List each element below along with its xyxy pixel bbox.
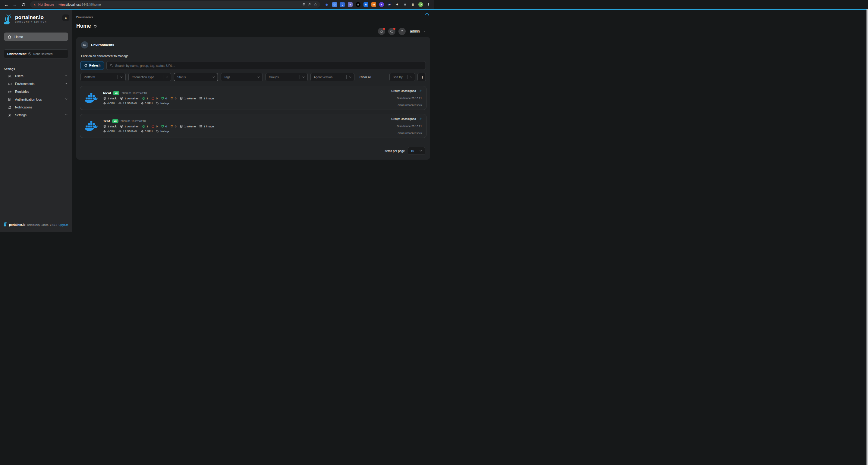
sidebar-item-notifications[interactable]: Notifications (0, 103, 72, 111)
sidebar-item-environments[interactable]: Environments (0, 80, 72, 88)
extension-translate-icon[interactable]: G (332, 2, 337, 7)
user-avatar[interactable] (398, 28, 406, 35)
not-secure-label[interactable]: Not Secure (38, 3, 54, 6)
chevron-down-icon (120, 76, 123, 78)
ram-icon (119, 102, 121, 105)
filter-row: Platform Connection Type Status Tags Gro… (80, 73, 427, 81)
environment-name[interactable]: local (103, 91, 111, 95)
extension-shield-icon[interactable]: R (364, 2, 368, 7)
status-badge: up (112, 119, 119, 123)
chevron-down-icon (165, 76, 168, 78)
document-icon (8, 98, 12, 101)
extension-playlist-icon[interactable]: ≡ (403, 2, 407, 7)
notifications-button[interactable] (378, 28, 385, 35)
containers-stat[interactable]: 1 container (120, 125, 138, 128)
search-input[interactable] (115, 64, 423, 67)
chevron-down-icon (410, 76, 412, 78)
items-per-page-select[interactable]: 10 (408, 147, 425, 155)
extension-ip-icon[interactable]: iP (387, 2, 392, 7)
sidebar-item-home[interactable]: Home (4, 33, 68, 41)
extension-stripe-icon[interactable]: S (355, 2, 361, 7)
browser-profile-avatar[interactable]: O (418, 2, 423, 7)
extension-metamask-icon[interactable]: M (371, 2, 376, 7)
browser-extensions: ◆ G ▯ ▲ S R M ● iP + ≡ ▯ O ⋮ (324, 2, 431, 7)
gpu-meta: 0 GPU (141, 130, 153, 133)
extension-satellite-icon[interactable]: ◆ (324, 2, 329, 7)
browser-menu-icon[interactable]: ⋮ (426, 2, 431, 7)
environment-name[interactable]: Test (103, 119, 110, 123)
bell-icon (380, 30, 383, 33)
environment-timestamp: 2023-01-18 23:48:10 (121, 92, 147, 95)
containers-stat[interactable]: 1 container (120, 97, 138, 100)
sort-direction-button[interactable] (417, 73, 426, 81)
browser-back-button[interactable]: ← (3, 2, 10, 7)
chevron-down-icon (65, 98, 68, 101)
filter-status[interactable]: Status (174, 73, 218, 81)
chevron-down-icon (257, 76, 260, 78)
share-icon[interactable] (308, 3, 312, 6)
edit-pencil-icon[interactable] (418, 117, 422, 121)
title-refresh-icon[interactable] (93, 24, 97, 28)
image-list-icon (199, 97, 203, 100)
extension-ghost-icon[interactable]: ● (379, 2, 384, 7)
extensions-puzzle-icon[interactable]: + (395, 2, 400, 7)
items-per-page-label: Items per page (384, 150, 405, 153)
environment-card-local[interactable]: local up 2023-01-18 23:48:10 1 stack 1 c… (80, 86, 427, 110)
ram-icon (119, 130, 121, 133)
sidebar-section-settings: Settings (4, 67, 72, 71)
extension-phone-lock-icon[interactable]: ▯ (340, 2, 345, 7)
refresh-button[interactable]: Refresh (81, 61, 104, 70)
sidebar-item-users[interactable]: Users (0, 72, 72, 80)
volumes-stat[interactable]: 1 volume (180, 97, 196, 100)
images-stat[interactable]: 1 image (199, 97, 214, 100)
environment-selector[interactable]: Environment: None selected (4, 49, 68, 59)
gear-icon (8, 113, 12, 117)
sidebar-item-settings[interactable]: Settings (0, 111, 72, 119)
environment-card-test[interactable]: Test up 2023-01-18 23:48:10 1 stack 1 co… (80, 114, 427, 138)
sidebar-item-registries[interactable]: Registries (0, 88, 72, 96)
chevron-down-icon (65, 82, 68, 86)
sidebar-item-authentication-logs[interactable]: Authentication logs (0, 96, 72, 103)
filter-groups[interactable]: Groups (266, 73, 308, 81)
filter-connection-type[interactable]: Connection Type (128, 73, 171, 81)
header-actions: admin (378, 28, 426, 35)
extension-pointer-icon[interactable]: ▲ (348, 2, 352, 7)
sort-by-dropdown[interactable]: Sort By (390, 73, 415, 81)
breadcrumb[interactable]: Environments (76, 16, 430, 19)
clear-all-link[interactable]: Clear all (360, 75, 371, 79)
stopped-containers-stat: 0 (151, 125, 157, 128)
browser-forward-button[interactable]: → (11, 2, 18, 7)
gpu-chip-icon (141, 130, 144, 133)
images-stat[interactable]: 1 image (199, 125, 214, 128)
filter-agent-version[interactable]: Agent Version (310, 73, 354, 81)
power-off-icon (151, 97, 155, 100)
filter-platform[interactable]: Platform (81, 73, 126, 81)
unhealthy-heart-icon (170, 97, 174, 100)
edit-pencil-icon[interactable] (418, 89, 422, 93)
user-menu-chevron-icon[interactable] (423, 30, 426, 33)
bookmark-star-icon[interactable]: ☆ (314, 2, 317, 7)
cpu-chip-icon (103, 130, 106, 133)
stacks-stat[interactable]: 1 stack (103, 97, 117, 100)
chevron-down-icon (65, 74, 68, 78)
sidebar-collapse-button[interactable]: « (62, 14, 69, 21)
browser-sidebar-icon[interactable]: ▯ (410, 2, 415, 7)
sidebar: portainer.io COMMUNITY EDITION « Home En… (0, 9, 72, 232)
healthy-containers-stat: 0 (161, 97, 167, 100)
filter-tags[interactable]: Tags (221, 73, 263, 81)
environment-selector-label: Environment: (7, 53, 27, 56)
not-secure-warning-icon: ▲! (33, 3, 36, 6)
sidebar-footer: portainer.io Community Edition 2.16.2 Up… (4, 222, 68, 228)
search-icon (110, 64, 113, 67)
browser-reload-button[interactable] (20, 3, 27, 7)
volumes-stat[interactable]: 1 volume (180, 125, 196, 128)
tags-meta: No tags (156, 130, 169, 133)
healthy-containers-stat: 0 (161, 125, 167, 128)
stacks-stat[interactable]: 1 stack (103, 125, 117, 128)
url-text[interactable]: https://localhost:9443/#!/home (59, 3, 101, 6)
address-bar[interactable]: ▲! Not Secure https://localhost:9443/#!/… (30, 1, 320, 8)
zoom-out-icon[interactable] (302, 3, 306, 6)
help-button[interactable] (388, 28, 396, 35)
image-list-icon (199, 125, 203, 128)
upgrade-link[interactable]: Upgrade (59, 224, 68, 227)
